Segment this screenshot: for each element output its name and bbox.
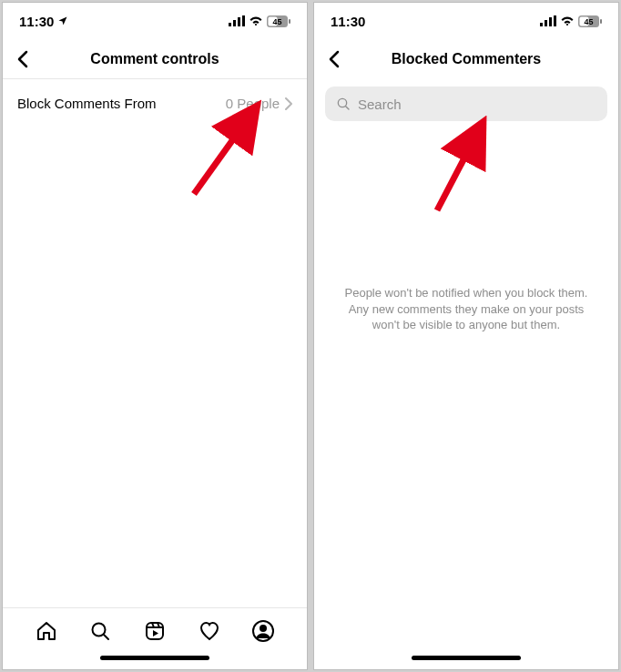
row-block-comments-from[interactable]: Block Comments From 0 People bbox=[3, 79, 307, 127]
svg-rect-10 bbox=[147, 623, 163, 639]
row-label: Block Comments From bbox=[17, 96, 157, 111]
search-icon bbox=[89, 620, 111, 642]
status-right: 45 bbox=[229, 15, 290, 27]
bottom-nav bbox=[3, 607, 307, 653]
svg-rect-17 bbox=[554, 15, 556, 26]
svg-rect-16 bbox=[549, 17, 552, 26]
status-time: 11:30 bbox=[331, 14, 365, 29]
svg-rect-14 bbox=[540, 23, 543, 26]
nav-reels[interactable] bbox=[137, 620, 173, 642]
svg-rect-6 bbox=[289, 19, 290, 24]
heart-icon bbox=[199, 620, 220, 642]
search-placeholder: Search bbox=[358, 97, 402, 112]
annotation-arrow bbox=[410, 110, 501, 219]
svg-text:45: 45 bbox=[272, 17, 281, 26]
header: Blocked Commenters bbox=[314, 39, 618, 79]
search-icon bbox=[336, 97, 351, 111]
page-title: Comment controls bbox=[3, 51, 307, 67]
wifi-icon bbox=[560, 15, 575, 26]
row-value-wrap: 0 People bbox=[226, 96, 292, 111]
status-bar: 11:30 45 bbox=[3, 3, 307, 39]
nav-search[interactable] bbox=[82, 620, 118, 642]
home-icon bbox=[36, 620, 57, 642]
cellular-icon bbox=[540, 15, 556, 26]
info-text: People won't be notified when you block … bbox=[314, 285, 618, 333]
battery-icon: 45 bbox=[267, 15, 290, 27]
reels-icon bbox=[144, 620, 166, 642]
svg-rect-1 bbox=[233, 20, 236, 26]
svg-point-12 bbox=[260, 625, 267, 632]
search-input[interactable]: Search bbox=[325, 87, 607, 121]
svg-rect-3 bbox=[242, 15, 245, 26]
svg-rect-2 bbox=[238, 17, 240, 26]
header: Comment controls bbox=[3, 39, 307, 79]
status-bar: 11:30 45 bbox=[314, 3, 618, 39]
status-time: 11:30 bbox=[19, 14, 54, 29]
battery-icon: 45 bbox=[578, 15, 602, 27]
nav-home[interactable] bbox=[28, 620, 65, 642]
svg-rect-15 bbox=[545, 20, 547, 26]
page-title: Blocked Commenters bbox=[314, 51, 618, 67]
wifi-icon bbox=[249, 15, 263, 26]
svg-line-24 bbox=[437, 127, 481, 210]
chevron-right-icon bbox=[285, 97, 292, 110]
phone-blocked-commenters: 11:30 45 Blocked Commenters Search Peopl… bbox=[313, 2, 619, 670]
chevron-left-icon bbox=[16, 50, 29, 68]
status-left: 11:30 bbox=[19, 14, 68, 29]
svg-rect-0 bbox=[229, 23, 231, 26]
profile-icon bbox=[252, 620, 274, 642]
chevron-left-icon bbox=[328, 50, 341, 68]
home-indicator[interactable] bbox=[3, 653, 307, 669]
cellular-icon bbox=[229, 15, 245, 26]
svg-line-9 bbox=[104, 635, 108, 639]
status-right: 45 bbox=[540, 15, 602, 27]
svg-text:45: 45 bbox=[584, 17, 593, 26]
location-icon bbox=[57, 15, 68, 26]
back-button[interactable] bbox=[314, 39, 354, 79]
svg-line-23 bbox=[346, 107, 349, 109]
nav-activity[interactable] bbox=[191, 620, 228, 642]
back-button[interactable] bbox=[3, 39, 43, 79]
row-value: 0 People bbox=[226, 96, 280, 111]
status-left: 11:30 bbox=[331, 14, 365, 29]
search-wrap: Search bbox=[314, 79, 618, 121]
nav-profile[interactable] bbox=[245, 620, 281, 642]
home-indicator[interactable] bbox=[314, 653, 618, 669]
svg-rect-20 bbox=[600, 19, 602, 24]
phone-comment-controls: 11:30 45 Comment controls Block Comments… bbox=[2, 2, 308, 670]
